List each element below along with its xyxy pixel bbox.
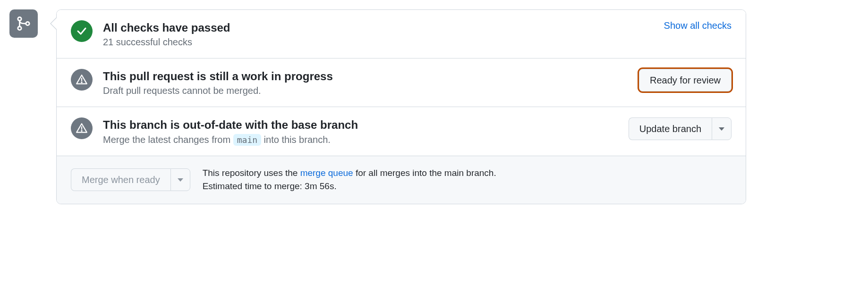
git-merge-icon bbox=[16, 16, 32, 32]
outdated-section: This branch is out-of-date with the base… bbox=[57, 107, 746, 156]
merge-line1-suffix: for all merges into the main branch. bbox=[353, 168, 496, 178]
checks-subtitle: 21 successful checks bbox=[103, 37, 654, 48]
merge-line2: Estimated time to merge: 3m 56s. bbox=[203, 180, 496, 193]
merge-line1: This repository uses the merge queue for… bbox=[203, 167, 496, 180]
outdated-title: This branch is out-of-date with the base… bbox=[103, 117, 618, 132]
merge-when-ready-dropdown[interactable] bbox=[170, 168, 190, 191]
checks-section: All checks have passed 21 successful che… bbox=[57, 10, 746, 58]
draft-section: This pull request is still a work in pro… bbox=[57, 58, 746, 107]
draft-body: This pull request is still a work in pro… bbox=[103, 69, 629, 96]
check-icon bbox=[76, 25, 87, 37]
outdated-body: This branch is out-of-date with the base… bbox=[103, 117, 618, 145]
outdated-sub-suffix: into this branch. bbox=[261, 134, 331, 145]
draft-title: This pull request is still a work in pro… bbox=[103, 69, 629, 83]
merge-when-ready-group: Merge when ready bbox=[71, 168, 190, 191]
ready-for-review-button[interactable]: Ready for review bbox=[639, 69, 732, 92]
merge-footer: Merge when ready This repository uses th… bbox=[57, 156, 746, 204]
merge-status-panel: All checks have passed 21 successful che… bbox=[56, 9, 746, 204]
svg-point-4 bbox=[81, 82, 82, 83]
update-branch-button[interactable]: Update branch bbox=[629, 117, 712, 140]
checks-title: All checks have passed bbox=[103, 20, 654, 35]
draft-subtitle: Draft pull requests cannot be merged. bbox=[103, 85, 629, 96]
status-success-badge bbox=[71, 20, 93, 42]
caret-down-icon bbox=[719, 127, 724, 131]
merge-when-ready-button[interactable]: Merge when ready bbox=[71, 168, 170, 191]
callout-arrow bbox=[50, 17, 57, 30]
svg-point-6 bbox=[81, 131, 82, 131]
outdated-sub-prefix: Merge the latest changes from bbox=[103, 134, 233, 145]
caret-down-icon bbox=[178, 178, 183, 182]
git-branch-badge bbox=[9, 9, 38, 38]
alert-icon bbox=[76, 122, 88, 134]
update-branch-group: Update branch bbox=[629, 117, 732, 140]
status-warning-badge bbox=[71, 69, 93, 91]
outdated-subtitle: Merge the latest changes from main into … bbox=[103, 134, 618, 145]
merge-footer-text: This repository uses the merge queue for… bbox=[203, 167, 496, 193]
checks-body: All checks have passed 21 successful che… bbox=[103, 20, 654, 48]
show-all-checks-link[interactable]: Show all checks bbox=[664, 20, 732, 31]
pr-merge-panel-wrapper: All checks have passed 21 successful che… bbox=[9, 9, 746, 204]
base-branch-pill: main bbox=[233, 134, 261, 146]
alert-icon bbox=[76, 74, 88, 86]
update-branch-dropdown[interactable] bbox=[712, 117, 732, 140]
merge-line1-prefix: This repository uses the bbox=[203, 168, 300, 178]
merge-queue-link[interactable]: merge queue bbox=[300, 168, 353, 178]
status-warning-badge bbox=[71, 117, 93, 139]
